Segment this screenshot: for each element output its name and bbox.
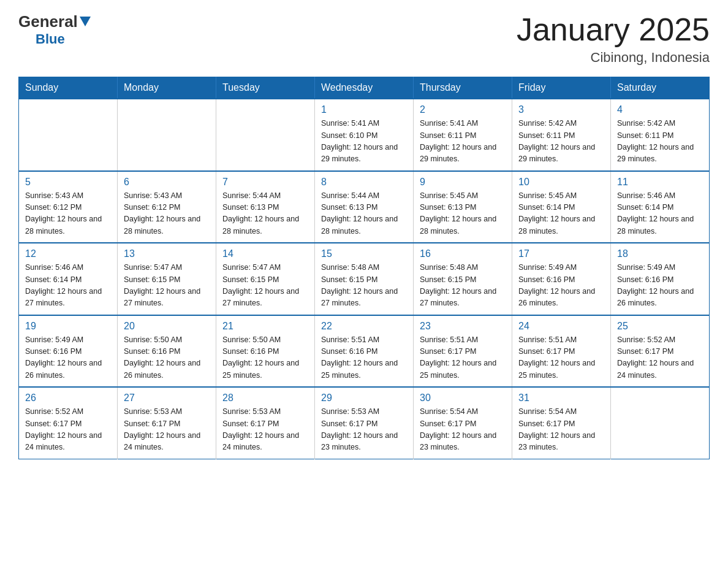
day-number: 29 — [321, 393, 407, 404]
day-header-tuesday: Tuesday — [216, 77, 315, 99]
day-number: 10 — [518, 177, 604, 188]
day-number: 3 — [518, 104, 604, 115]
day-number: 13 — [124, 248, 210, 259]
day-number: 22 — [321, 321, 407, 332]
day-info: Sunrise: 5:46 AM Sunset: 6:14 PM Dayligh… — [617, 190, 703, 238]
day-number: 19 — [25, 321, 111, 332]
day-number: 28 — [222, 393, 308, 404]
calendar-cell: 25Sunrise: 5:52 AM Sunset: 6:17 PM Dayli… — [611, 315, 710, 388]
calendar-week-row: 26Sunrise: 5:52 AM Sunset: 6:17 PM Dayli… — [19, 387, 710, 459]
page-header: General Blue January 2025 Cibinong, Indo… — [18, 12, 710, 66]
day-number: 30 — [420, 393, 506, 404]
calendar-title: January 2025 — [517, 12, 710, 47]
calendar-cell: 17Sunrise: 5:49 AM Sunset: 6:16 PM Dayli… — [512, 243, 611, 315]
calendar-cell: 13Sunrise: 5:47 AM Sunset: 6:15 PM Dayli… — [118, 243, 216, 315]
day-number: 21 — [222, 321, 308, 332]
title-block: January 2025 Cibinong, Indonesia — [517, 12, 710, 66]
day-number: 9 — [420, 177, 506, 188]
calendar-cell: 19Sunrise: 5:49 AM Sunset: 6:16 PM Dayli… — [19, 315, 118, 388]
day-info: Sunrise: 5:44 AM Sunset: 6:13 PM Dayligh… — [222, 190, 308, 238]
calendar-cell: 2Sunrise: 5:41 AM Sunset: 6:11 PM Daylig… — [414, 99, 512, 171]
day-info: Sunrise: 5:46 AM Sunset: 6:14 PM Dayligh… — [25, 262, 111, 310]
day-number: 8 — [321, 177, 407, 188]
day-number: 6 — [124, 177, 210, 188]
day-info: Sunrise: 5:49 AM Sunset: 6:16 PM Dayligh… — [25, 334, 111, 382]
calendar-cell: 23Sunrise: 5:51 AM Sunset: 6:17 PM Dayli… — [414, 315, 512, 388]
day-info: Sunrise: 5:50 AM Sunset: 6:16 PM Dayligh… — [222, 334, 308, 382]
calendar-cell: 18Sunrise: 5:49 AM Sunset: 6:16 PM Dayli… — [611, 243, 710, 315]
day-info: Sunrise: 5:42 AM Sunset: 6:11 PM Dayligh… — [518, 118, 604, 166]
day-number: 23 — [420, 321, 506, 332]
day-number: 20 — [124, 321, 210, 332]
day-number: 24 — [518, 321, 604, 332]
day-number: 17 — [518, 248, 604, 259]
day-info: Sunrise: 5:49 AM Sunset: 6:16 PM Dayligh… — [617, 262, 703, 310]
calendar-cell — [216, 99, 315, 171]
svg-marker-0 — [80, 17, 91, 26]
calendar-cell: 10Sunrise: 5:45 AM Sunset: 6:14 PM Dayli… — [512, 171, 611, 243]
calendar-cell: 5Sunrise: 5:43 AM Sunset: 6:12 PM Daylig… — [19, 171, 118, 243]
day-number: 11 — [617, 177, 703, 188]
logo-blue-text: Blue — [36, 31, 65, 47]
calendar-cell: 31Sunrise: 5:54 AM Sunset: 6:17 PM Dayli… — [512, 387, 611, 459]
calendar-header-row: SundayMondayTuesdayWednesdayThursdayFrid… — [19, 77, 710, 99]
calendar-cell: 20Sunrise: 5:50 AM Sunset: 6:16 PM Dayli… — [118, 315, 216, 388]
day-number: 16 — [420, 248, 506, 259]
calendar-cell: 14Sunrise: 5:47 AM Sunset: 6:15 PM Dayli… — [216, 243, 315, 315]
calendar-week-row: 5Sunrise: 5:43 AM Sunset: 6:12 PM Daylig… — [19, 171, 710, 243]
day-info: Sunrise: 5:41 AM Sunset: 6:10 PM Dayligh… — [321, 118, 407, 166]
calendar-cell: 26Sunrise: 5:52 AM Sunset: 6:17 PM Dayli… — [19, 387, 118, 459]
calendar-week-row: 19Sunrise: 5:49 AM Sunset: 6:16 PM Dayli… — [19, 315, 710, 388]
day-info: Sunrise: 5:51 AM Sunset: 6:17 PM Dayligh… — [518, 334, 604, 382]
day-info: Sunrise: 5:47 AM Sunset: 6:15 PM Dayligh… — [222, 262, 308, 310]
day-info: Sunrise: 5:54 AM Sunset: 6:17 PM Dayligh… — [518, 406, 604, 454]
logo-triangle-icon — [80, 17, 91, 29]
logo: General Blue — [18, 12, 91, 47]
calendar-week-row: 1Sunrise: 5:41 AM Sunset: 6:10 PM Daylig… — [19, 99, 710, 171]
day-info: Sunrise: 5:53 AM Sunset: 6:17 PM Dayligh… — [222, 406, 308, 454]
day-number: 15 — [321, 248, 407, 259]
calendar-table: SundayMondayTuesdayWednesdayThursdayFrid… — [18, 77, 710, 459]
day-number: 1 — [321, 104, 407, 115]
day-number: 26 — [25, 393, 111, 404]
day-number: 31 — [518, 393, 604, 404]
day-info: Sunrise: 5:54 AM Sunset: 6:17 PM Dayligh… — [420, 406, 506, 454]
day-number: 4 — [617, 104, 703, 115]
day-info: Sunrise: 5:42 AM Sunset: 6:11 PM Dayligh… — [617, 118, 703, 166]
calendar-cell: 28Sunrise: 5:53 AM Sunset: 6:17 PM Dayli… — [216, 387, 315, 459]
day-info: Sunrise: 5:41 AM Sunset: 6:11 PM Dayligh… — [420, 118, 506, 166]
day-info: Sunrise: 5:48 AM Sunset: 6:15 PM Dayligh… — [321, 262, 407, 310]
day-info: Sunrise: 5:50 AM Sunset: 6:16 PM Dayligh… — [124, 334, 210, 382]
calendar-cell: 24Sunrise: 5:51 AM Sunset: 6:17 PM Dayli… — [512, 315, 611, 388]
day-info: Sunrise: 5:48 AM Sunset: 6:15 PM Dayligh… — [420, 262, 506, 310]
day-header-thursday: Thursday — [414, 77, 512, 99]
calendar-cell: 4Sunrise: 5:42 AM Sunset: 6:11 PM Daylig… — [611, 99, 710, 171]
calendar-cell — [118, 99, 216, 171]
calendar-cell: 12Sunrise: 5:46 AM Sunset: 6:14 PM Dayli… — [19, 243, 118, 315]
day-number: 12 — [25, 248, 111, 259]
logo-general-text: General — [18, 12, 78, 31]
day-info: Sunrise: 5:49 AM Sunset: 6:16 PM Dayligh… — [518, 262, 604, 310]
day-info: Sunrise: 5:47 AM Sunset: 6:15 PM Dayligh… — [124, 262, 210, 310]
calendar-cell: 29Sunrise: 5:53 AM Sunset: 6:17 PM Dayli… — [315, 387, 414, 459]
calendar-cell: 11Sunrise: 5:46 AM Sunset: 6:14 PM Dayli… — [611, 171, 710, 243]
day-info: Sunrise: 5:45 AM Sunset: 6:14 PM Dayligh… — [518, 190, 604, 238]
calendar-cell: 27Sunrise: 5:53 AM Sunset: 6:17 PM Dayli… — [118, 387, 216, 459]
day-info: Sunrise: 5:45 AM Sunset: 6:13 PM Dayligh… — [420, 190, 506, 238]
calendar-cell: 7Sunrise: 5:44 AM Sunset: 6:13 PM Daylig… — [216, 171, 315, 243]
calendar-cell: 6Sunrise: 5:43 AM Sunset: 6:12 PM Daylig… — [118, 171, 216, 243]
day-number: 25 — [617, 321, 703, 332]
calendar-cell: 15Sunrise: 5:48 AM Sunset: 6:15 PM Dayli… — [315, 243, 414, 315]
day-info: Sunrise: 5:53 AM Sunset: 6:17 PM Dayligh… — [321, 406, 407, 454]
day-number: 18 — [617, 248, 703, 259]
day-info: Sunrise: 5:52 AM Sunset: 6:17 PM Dayligh… — [617, 334, 703, 382]
day-info: Sunrise: 5:51 AM Sunset: 6:17 PM Dayligh… — [420, 334, 506, 382]
day-number: 5 — [25, 177, 111, 188]
calendar-cell: 8Sunrise: 5:44 AM Sunset: 6:13 PM Daylig… — [315, 171, 414, 243]
calendar-cell: 16Sunrise: 5:48 AM Sunset: 6:15 PM Dayli… — [414, 243, 512, 315]
day-info: Sunrise: 5:43 AM Sunset: 6:12 PM Dayligh… — [124, 190, 210, 238]
location-subtitle: Cibinong, Indonesia — [517, 50, 710, 66]
calendar-cell: 9Sunrise: 5:45 AM Sunset: 6:13 PM Daylig… — [414, 171, 512, 243]
day-info: Sunrise: 5:44 AM Sunset: 6:13 PM Dayligh… — [321, 190, 407, 238]
calendar-cell: 1Sunrise: 5:41 AM Sunset: 6:10 PM Daylig… — [315, 99, 414, 171]
